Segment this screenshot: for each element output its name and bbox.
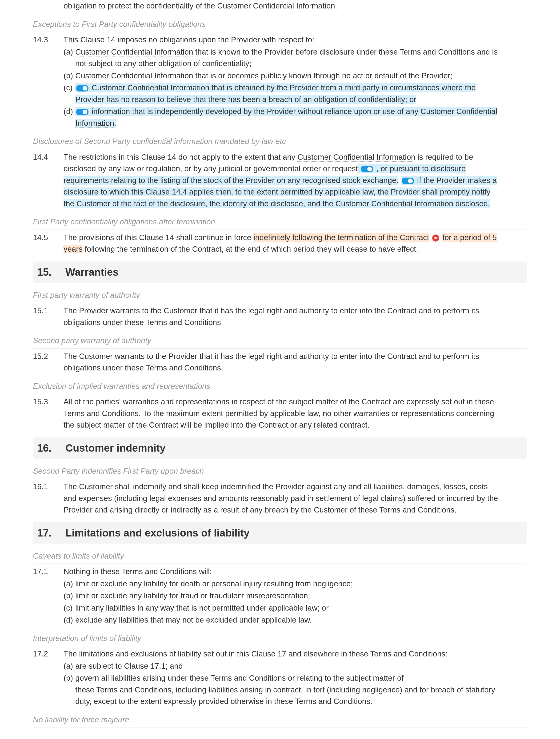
toggle-icon[interactable] xyxy=(361,166,373,172)
sub-letter: (a) xyxy=(63,578,75,590)
text: . xyxy=(335,1,337,10)
clause-number: 14.3 xyxy=(33,34,63,129)
clause-intro: This Clause 14 imposes no obligations up… xyxy=(63,34,499,46)
section-title: Warranties xyxy=(65,264,119,280)
clause-number: 17.1 xyxy=(33,566,63,626)
text: limit or exclude any liability for death… xyxy=(75,578,499,590)
text: are subject to Clause 17.1; and xyxy=(75,660,499,672)
clause-number: 14.4 xyxy=(33,151,63,209)
text: obligation to protect the confidentialit… xyxy=(63,1,217,10)
clause-number: 15.1 xyxy=(33,305,63,328)
sub-item-c: (c) Customer Confidential Information th… xyxy=(63,82,499,105)
clause-text: All of the parties' warranties and repre… xyxy=(63,396,499,431)
section-number: 15. xyxy=(33,264,65,280)
section-number: 16. xyxy=(33,440,65,456)
sub-letter: (b) xyxy=(63,590,75,602)
sub-letter: (a) xyxy=(63,46,75,69)
section-16-header: 16. Customer indemnity xyxy=(33,437,527,459)
clause-14-4: 14.4 The restrictions in this Clause 14 … xyxy=(33,151,527,209)
sub-item-d: (d) information that is independently de… xyxy=(63,106,499,129)
annotation: Interpretation of limits of liability xyxy=(33,632,527,646)
text: Customer Confidential Information that i… xyxy=(75,70,499,82)
clause-number: 15.3 xyxy=(33,396,63,431)
toggle-icon[interactable] xyxy=(402,178,414,184)
clause-number: 14.5 xyxy=(33,232,63,255)
or-badge[interactable]: or xyxy=(432,235,439,242)
section-title: Customer indemnity xyxy=(65,440,165,456)
clause-number: 16.1 xyxy=(33,481,63,516)
clause-15-1: 15.1 The Provider warrants to the Custom… xyxy=(33,305,527,328)
text: information that is independently develo… xyxy=(92,107,420,116)
option-1: indefinitely following the termination o… xyxy=(253,233,429,242)
sub-letter: (d) xyxy=(63,614,75,626)
intro-fragment: obligation to protect the confidentialit… xyxy=(63,0,499,12)
sub-item-a: (a) Customer Confidential Information th… xyxy=(63,46,499,69)
clause-intro: Nothing in these Terms and Conditions wi… xyxy=(63,566,499,577)
clause-15-2: 15.2 The Customer warrants to the Provid… xyxy=(33,350,527,374)
clause-text: The Customer shall indemnify and shall k… xyxy=(63,481,499,516)
annotation: Second party warranty of authority xyxy=(33,335,527,348)
sub-letter: (c) xyxy=(63,82,75,105)
toggle-icon[interactable] xyxy=(76,109,89,115)
sub-item-b: (b)govern all liabilities arising under … xyxy=(63,672,499,707)
section-15-header: 15. Warranties xyxy=(33,262,527,283)
annotation: First Party confidentiality obligations … xyxy=(33,216,527,230)
annotation: Exclusion of implied warranties and repr… xyxy=(33,380,527,394)
annotation: Disclosures of Second Party confidential… xyxy=(33,136,527,149)
defined-term-cci[interactable]: Customer Confidential Information xyxy=(297,153,415,162)
text: . xyxy=(114,119,116,128)
annotation: Caveats to limits of liability xyxy=(33,550,527,564)
text: following the termination of the Contrac… xyxy=(83,245,418,253)
sub-letter: (c) xyxy=(63,602,75,614)
sub-letter: (b) xyxy=(63,672,75,707)
defined-term-cci[interactable]: Customer Confidential Information xyxy=(75,47,193,56)
annotation: Exceptions to First Party confidentialit… xyxy=(33,18,527,32)
sub-item-a: (a)limit or exclude any liability for de… xyxy=(63,578,499,590)
clause-14-5: 14.5 The provisions of this Clause 14 sh… xyxy=(33,232,527,255)
clause-16-1: 16.1 The Customer shall indemnify and sh… xyxy=(33,481,527,516)
clause-17-1: 17.1 Nothing in these Terms and Conditio… xyxy=(33,566,527,626)
clause-17-2: 17.2 The limitations and exclusions of l… xyxy=(33,648,527,707)
text: govern all liabilities arising under the… xyxy=(75,674,404,682)
sub-letter: (d) xyxy=(63,106,75,129)
annotation: Second Party indemnifies First Party upo… xyxy=(33,465,527,479)
text: limit or exclude any liability for fraud… xyxy=(75,590,499,602)
text: exclude any liabilities that may not be … xyxy=(75,614,499,626)
clause-text: The Customer warrants to the Provider th… xyxy=(63,350,499,374)
clause-14-3: 14.3 This Clause 14 imposes no obligatio… xyxy=(33,34,527,129)
sub-letter: (a) xyxy=(63,660,75,672)
section-number: 17. xyxy=(33,525,65,541)
defined-term-cci[interactable]: Customer Confidential Information xyxy=(335,199,453,208)
sub-letter: (b) xyxy=(63,70,75,82)
sub-item-d: (d)exclude any liabilities that may not … xyxy=(63,614,499,626)
toggle-icon[interactable] xyxy=(76,85,89,92)
annotation: First party warranty of authority xyxy=(33,289,527,303)
clause-15-3: 15.3 All of the parties' warranties and … xyxy=(33,396,527,431)
sub-item-b: (b)limit or exclude any liability for fr… xyxy=(63,590,499,602)
section-title: Limitations and exclusions of liability xyxy=(65,525,249,541)
clause-intro: The limitations and exclusions of liabil… xyxy=(63,648,499,660)
sub-item-a: (a)are subject to Clause 17.1; and xyxy=(63,660,499,672)
text: The restrictions in this Clause 14 do no… xyxy=(63,153,297,161)
clause-number: 15.2 xyxy=(33,350,63,374)
text: these Terms and Conditions, including li… xyxy=(75,685,495,706)
section-17-header: 17. Limitations and exclusions of liabil… xyxy=(33,523,527,544)
annotation: No liability for force majeure xyxy=(33,714,527,728)
clause-text: The Provider warrants to the Customer th… xyxy=(63,305,499,328)
sub-item-b: (b) Customer Confidential Information th… xyxy=(63,70,499,82)
clause-number: 17.2 xyxy=(33,648,63,707)
text: limit any liabilities in any way that is… xyxy=(75,602,499,614)
text: disclosed. xyxy=(453,199,490,208)
sub-item-c: (c)limit any liabilities in any way that… xyxy=(63,602,499,614)
text: The provisions of this Clause 14 shall c… xyxy=(63,233,253,242)
defined-term-cci[interactable]: Customer Confidential Information xyxy=(217,1,335,10)
text: Customer Confidential Information that i… xyxy=(75,83,476,104)
